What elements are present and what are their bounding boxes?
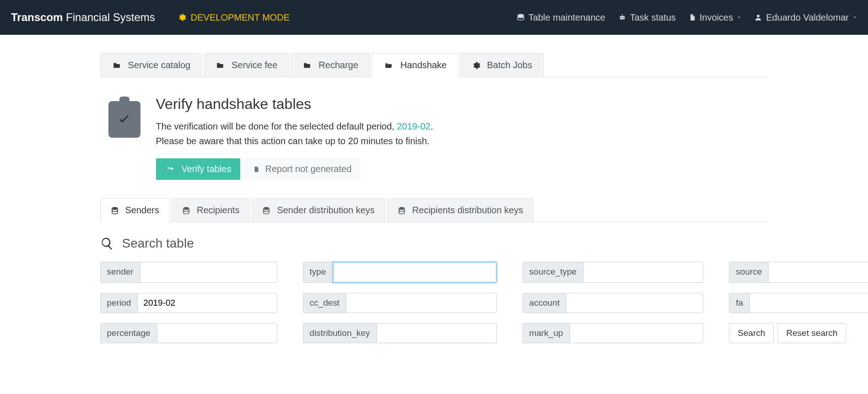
- tab-recharge[interactable]: Recharge: [291, 53, 370, 77]
- page-title: Verify handshake tables: [156, 96, 433, 113]
- svg-point-9: [183, 209, 189, 211]
- input-source-type[interactable]: [583, 262, 703, 283]
- subtab-recipients[interactable]: Recipients: [172, 198, 250, 222]
- brand-light: Financial Systems: [66, 11, 155, 23]
- tab-service-fee-label: Service fee: [232, 60, 277, 70]
- input-sender[interactable]: [140, 262, 277, 283]
- brand: Transcom Financial Systems: [11, 11, 155, 24]
- subtab-recipients-label: Recipients: [197, 205, 239, 216]
- subtab-senders[interactable]: Senders: [100, 198, 170, 222]
- input-source[interactable]: [768, 262, 868, 283]
- database-icon: [262, 206, 270, 215]
- subtab-sender-dist-keys[interactable]: Sender distribution keys: [252, 198, 385, 222]
- handshake-icon: [165, 165, 176, 173]
- main-tabs: Service catalog Service fee Recharge Han…: [100, 53, 768, 77]
- nav-user-label: Eduardo Valdelomar: [766, 12, 849, 23]
- input-mark-up[interactable]: [570, 323, 704, 343]
- svg-point-6: [112, 207, 118, 209]
- search-icon: [100, 237, 114, 250]
- input-fa[interactable]: [749, 293, 868, 313]
- field-distribution-key: distribution_key: [303, 323, 497, 343]
- caret-down-icon: [852, 15, 857, 20]
- database-icon: [398, 206, 406, 215]
- nav-table-maintenance[interactable]: Table maintenance: [517, 12, 605, 23]
- robot-icon: [618, 13, 626, 22]
- header-buttons: Verify tables Report not generated: [156, 158, 433, 180]
- field-fa: fa: [729, 293, 868, 313]
- folder-icon: [112, 61, 122, 70]
- search-button[interactable]: Search: [729, 323, 774, 343]
- input-distribution-key[interactable]: [377, 323, 497, 343]
- tab-service-fee[interactable]: Service fee: [204, 53, 289, 77]
- search-grid: sender type source_type source period cc…: [100, 262, 768, 343]
- subtab-senders-label: Senders: [125, 205, 160, 216]
- report-label: Report not generated: [265, 164, 351, 174]
- header-description: The verification will be done for the se…: [156, 119, 433, 148]
- page-header: Verify handshake tables The verification…: [108, 96, 768, 180]
- label-sender: sender: [100, 262, 140, 283]
- gear-icon: [471, 61, 480, 70]
- field-source: source: [729, 262, 868, 283]
- nav-user-menu[interactable]: Eduardo Valdelomar: [754, 12, 857, 23]
- period-link[interactable]: 2019-02: [397, 121, 430, 131]
- nav-invoices-label: Invoices: [700, 12, 733, 23]
- label-percentage: percentage: [100, 323, 157, 343]
- field-type: type: [303, 262, 497, 283]
- database-icon: [111, 206, 119, 215]
- svg-point-11: [264, 209, 269, 211]
- search-title-label: Search table: [122, 236, 194, 251]
- tab-service-catalog[interactable]: Service catalog: [100, 53, 202, 77]
- dev-mode-badge: DEVELOPMENT MODE: [177, 12, 290, 23]
- input-cc-dest[interactable]: [346, 293, 497, 313]
- subtab-recipient-dist-label: Recipients distribution keys: [412, 205, 523, 216]
- svg-rect-1: [620, 16, 625, 20]
- subtab-recipient-dist-keys[interactable]: Recipients distribution keys: [387, 198, 534, 222]
- field-mark-up: mark_up: [523, 323, 704, 343]
- svg-point-2: [620, 17, 621, 18]
- header-line1-pre: The verification will be done for the se…: [156, 121, 397, 131]
- svg-point-12: [399, 207, 404, 209]
- input-percentage[interactable]: [157, 323, 277, 343]
- label-cc-dest: cc_dest: [303, 293, 346, 313]
- tab-batch-jobs[interactable]: Batch Jobs: [460, 53, 544, 77]
- field-percentage: percentage: [100, 323, 277, 343]
- tab-handshake[interactable]: Handshake: [372, 53, 458, 77]
- gear-icon: [177, 13, 186, 22]
- header-line1-post: .: [431, 121, 433, 131]
- tab-handshake-label: Handshake: [400, 60, 447, 70]
- navbar: Transcom Financial Systems DEVELOPMENT M…: [0, 0, 868, 35]
- database-icon: [182, 206, 190, 215]
- header-text: Verify handshake tables The verification…: [156, 96, 433, 180]
- input-period[interactable]: [137, 293, 277, 313]
- field-sender: sender: [100, 262, 277, 283]
- tab-recharge-label: Recharge: [318, 60, 358, 70]
- search-buttons: Search Reset search: [729, 323, 868, 343]
- field-cc-dest: cc_dest: [303, 293, 497, 313]
- folder-icon: [302, 61, 312, 70]
- field-source-type: source_type: [523, 262, 704, 283]
- svg-point-7: [112, 209, 118, 211]
- verify-tables-button[interactable]: Verify tables: [156, 158, 241, 180]
- nav-table-maintenance-label: Table maintenance: [528, 12, 605, 23]
- label-type: type: [303, 262, 333, 283]
- reset-search-button[interactable]: Reset search: [777, 323, 846, 343]
- input-type[interactable]: [333, 262, 497, 283]
- folder-open-icon: [383, 61, 394, 70]
- svg-point-8: [183, 207, 189, 209]
- svg-rect-4: [622, 14, 623, 16]
- label-fa: fa: [729, 293, 749, 313]
- dev-mode-label: DEVELOPMENT MODE: [191, 12, 290, 23]
- svg-point-5: [757, 15, 760, 17]
- svg-point-3: [623, 17, 624, 18]
- tab-service-catalog-label: Service catalog: [128, 60, 191, 70]
- caret-down-icon: [737, 15, 741, 20]
- label-mark-up: mark_up: [523, 323, 570, 343]
- field-account: account: [523, 293, 704, 313]
- input-account[interactable]: [566, 293, 703, 313]
- folder-icon: [215, 61, 225, 70]
- main-container: Service catalog Service fee Recharge Han…: [86, 35, 782, 352]
- user-icon: [754, 13, 762, 22]
- nav-task-status[interactable]: Task status: [618, 12, 676, 23]
- svg-point-13: [399, 209, 404, 211]
- nav-invoices[interactable]: Invoices: [689, 12, 741, 23]
